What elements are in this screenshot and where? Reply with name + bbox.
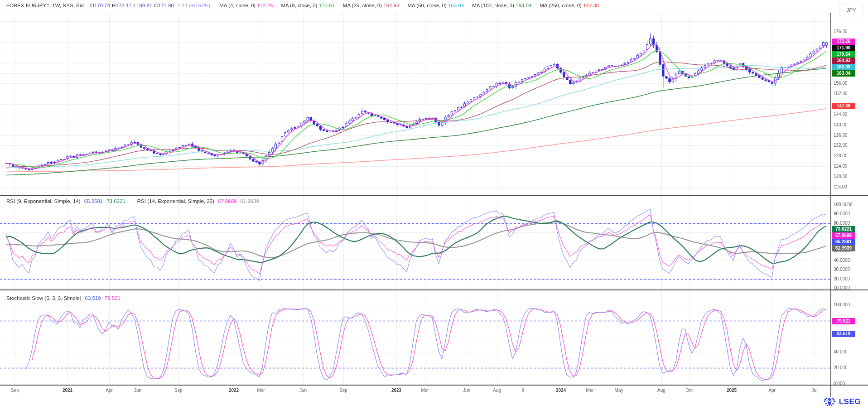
date-axis-label[interactable]: Jun — [463, 388, 470, 393]
date-axis-label[interactable]: Aug — [493, 388, 501, 393]
rsi-signal-value-2: 61.9939 — [240, 198, 259, 204]
price-axis-label: 124.00 — [834, 164, 848, 169]
rsi-badge: 67.9698 — [832, 232, 855, 239]
chart-canvas[interactable] — [0, 0, 868, 410]
rsi-badge: 73.6221 — [832, 226, 855, 232]
rsi-axis-label: 10.0000 — [834, 285, 850, 290]
stochastic-legend-title: Stochastic Slow (5, 3, 3, Simple) — [6, 295, 82, 301]
price-badge: 147.38 — [832, 103, 855, 109]
date-axis-label[interactable]: 2025 — [727, 388, 737, 393]
ma-legend-item: MA (250, close, 0) 147.38 — [540, 3, 599, 8]
ma-legend-item: MA (100, close, 0) 163.04 — [472, 3, 531, 8]
date-axis-label[interactable]: 2023 — [391, 388, 401, 393]
stoch-axis-label: 40.000 — [834, 349, 848, 354]
date-axis-label[interactable]: 2021 — [63, 388, 72, 393]
stoch-axis-label: 0.000 — [834, 381, 845, 386]
date-axis-label[interactable]: Sep — [339, 388, 347, 393]
stochastic-k-value: 63.519 — [85, 295, 101, 301]
rsi-badge: 65.2581 — [832, 239, 855, 245]
stochastic-d-value: 79.521 — [105, 295, 121, 301]
stoch-badge: 79.521 — [832, 318, 855, 324]
rsi-axis-label: 80.0000 — [834, 221, 850, 226]
ma-legend-item: MA (50, close, 0) 163.09 — [407, 3, 464, 8]
date-axis-label[interactable]: Mar — [257, 388, 265, 393]
ma-legend-item: MA (25, close, 0) 164.93 — [343, 3, 400, 8]
price-badge: 172.25 — [832, 39, 855, 45]
rsi-value-1: 65.2581 — [84, 198, 103, 204]
rsi-signal-value-1: 73.6221 — [106, 198, 125, 204]
stoch-axis-label: 20.000 — [834, 365, 848, 370]
date-axis-label[interactable]: Apr — [768, 388, 776, 393]
date-axis-label[interactable]: Oct — [685, 388, 693, 393]
ohlc-values: O170.74H172.17L169.81C171.90 — [90, 3, 171, 8]
price-badge: 170.64 — [832, 51, 855, 58]
ohlc-item: C171.90 — [154, 3, 174, 8]
date-axis-label[interactable]: Mar — [586, 388, 593, 393]
date-axis-label[interactable]: Jul — [812, 388, 818, 393]
date-axis-label[interactable]: 2022 — [229, 388, 239, 393]
date-axis-label[interactable]: 9 — [521, 388, 524, 393]
stoch-badge: 63.519 — [832, 331, 855, 337]
price-axis-label: 156.00 — [834, 81, 848, 86]
price-axis-label: 120.00 — [834, 174, 848, 179]
ohlc-item: H172.17 — [112, 3, 132, 8]
ma-legend-item: MA (9, close, 0) 170.64 — [281, 3, 335, 8]
currency-axis-button[interactable]: JPY — [839, 4, 863, 16]
price-axis-label: 128.00 — [834, 153, 848, 158]
rsi-legend-title-1: RSI (9, Exponential, Simple, 14) — [6, 198, 81, 204]
rsi-axis-label: 30.0000 — [834, 267, 850, 272]
ma-legend-items: MA (4, close, 0) 172.25MA (9, close, 0) … — [219, 3, 599, 8]
rsi-badge: 61.9939 — [832, 245, 855, 251]
rsi-axis-label: 90.0000 — [834, 211, 850, 216]
price-axis-label: 152.00 — [834, 91, 848, 96]
symbol-info: FOREX EURJPY=, 1W, NYS, Bid — [6, 3, 84, 8]
date-axis-label[interactable]: Apr — [106, 388, 113, 393]
date-axis-label[interactable]: Aug — [657, 388, 665, 393]
ma-legend-item: MA (4, close, 0) 172.25 — [219, 3, 273, 8]
price-badge: 163.09 — [832, 64, 855, 70]
date-axis-label[interactable]: Mar — [421, 388, 429, 393]
rsi-axis-label: 100.0000 — [834, 202, 853, 207]
lseg-crest-icon — [823, 396, 836, 408]
price-axis-label: 176.00 — [834, 29, 848, 34]
rsi-value-2: 67.9698 — [218, 198, 237, 204]
price-axis-label: 136.00 — [834, 133, 848, 138]
date-axis-label[interactable]: Sep — [11, 388, 19, 393]
price-badge: 163.04 — [832, 70, 855, 77]
lseg-logo-text: LSEG — [839, 397, 861, 406]
stochastic-legend: Stochastic Slow (5, 3, 3, Simple) 63.519… — [6, 295, 121, 301]
date-axis-label[interactable]: Sep — [174, 388, 183, 393]
date-axis-label[interactable]: Jun — [134, 388, 141, 393]
price-axis-label: 140.00 — [834, 122, 848, 127]
price-badge: 171.90 — [832, 45, 855, 51]
rsi-legend: RSI (9, Exponential, Simple, 14) 65.2581… — [6, 198, 259, 204]
change-value: 1.14 (+0.67%) — [178, 3, 211, 8]
rsi-axis-label: 40.0000 — [834, 258, 850, 263]
ohlc-item: O170.74 — [90, 3, 110, 8]
chart-legend: FOREX EURJPY=, 1W, NYS, Bid O170.74H172.… — [6, 3, 599, 8]
date-axis-label[interactable]: May — [615, 388, 623, 393]
price-axis-label: 116.00 — [834, 184, 847, 189]
rsi-legend-title-2: RSI (14, Exponential, Simple, 25) — [137, 198, 214, 204]
ohlc-item: L169.81 — [134, 3, 153, 8]
price-badge: 164.93 — [832, 58, 855, 64]
rsi-axis-label: 20.0000 — [834, 276, 850, 281]
date-axis-label[interactable]: Jun — [299, 388, 307, 393]
date-axis-label[interactable]: 2024 — [556, 388, 566, 393]
chart-window: FOREX EURJPY=, 1W, NYS, Bid O170.74H172.… — [0, 0, 868, 410]
price-axis-label: 144.00 — [834, 112, 848, 117]
stoch-axis-label: 100.000 — [834, 302, 850, 307]
lseg-logo: LSEG — [823, 396, 861, 408]
price-axis-label: 132.00 — [834, 143, 848, 148]
